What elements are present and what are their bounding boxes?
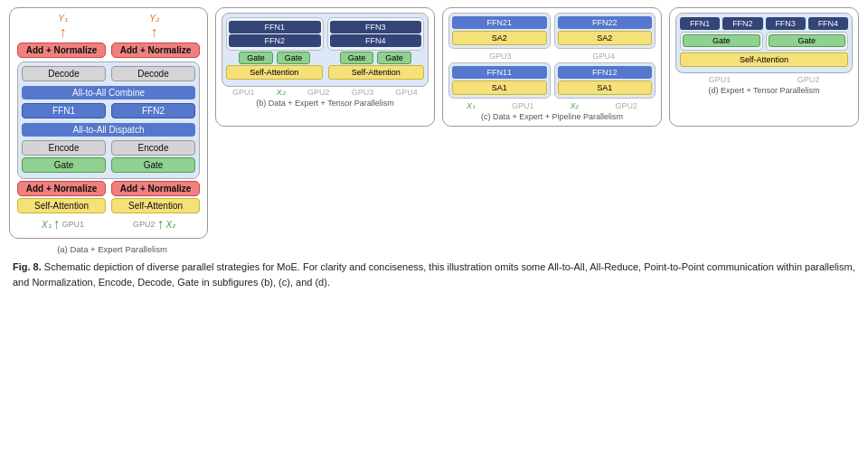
decode-left: Decode [22,66,106,81]
all-to-all-combine: All-to-All Combine [22,86,195,99]
d-ffn3: FFN3 [766,17,806,30]
figure-text: Schematic depiction of diverse parallel … [13,261,855,288]
d-gate-right: Gate [766,32,849,51]
b-right-half: FFN3 FFN4 [327,17,425,51]
ffn1: FFN1 [22,103,106,118]
b-gate-pair-left: Gate Gate [226,52,324,64]
d-gate-left: Gate [680,32,763,51]
c-caption: (c) Data + Expert + Pipeline Parallelism [448,112,656,121]
c-top-right: FFN22 SA2 [554,13,656,49]
b-gate-pair-right: Gate Gate [327,52,425,64]
diagram-b-inner: FFN1 FFN2 FFN3 FFN4 Gate Gate [222,13,429,87]
c-x2: X₂ [570,101,579,110]
d-gpu2: GPU2 [797,75,820,84]
d-ffn2: FFN2 [722,17,762,30]
c-ffn11: FFN11 [452,66,547,79]
diagram-b: FFN1 FFN2 FFN3 FFN4 Gate Gate [215,7,435,127]
gpu1-label-a: GPU1 [62,220,85,229]
y2-label: Y₂ [149,14,159,24]
encode-right: Encode [111,140,195,156]
d-ffn1: FFN1 [680,17,720,30]
b-gate2: Gate [277,52,311,64]
b-sa1: Self-Attention [226,65,323,80]
d-gpu1: GPU1 [709,75,731,84]
c-sa1-1: SA1 [452,80,547,95]
c-ffn12: FFN12 [558,66,653,79]
add-normalize-top-left: Add + Normalize [17,43,106,58]
gate-right: Gate [111,157,195,173]
arrow-x1-up: ↑ [53,216,61,232]
diagram-bcd-container: FFN1 FFN2 FFN3 FFN4 Gate Gate [215,7,859,127]
b-ffn4: FFN4 [330,34,422,47]
c-bot-left: FFN11 SA1 [448,62,551,99]
arrow-y2-up: ↑ [151,24,158,41]
b-ffn2: FFN2 [229,34,321,47]
add-normalize-top-right: Add + Normalize [111,43,200,58]
diagram-d-inner: FFN1 FFN2 FFN3 FFN4 Gate Gate [675,13,853,73]
add-normalize-bot-left: Add + Normalize [17,181,106,196]
b-gpu4: GPU4 [395,88,418,97]
c-ffn21: FFN21 [452,16,547,29]
diagram-d: FFN1 FFN2 FFN3 FFN4 Gate Gate [669,7,859,127]
self-attn-right: Self-Attention [111,198,200,213]
figure-label: Fig. 8. [13,261,42,272]
d-gate2: Gate [769,34,846,47]
gate-left: Gate [22,157,106,173]
diagram-a-inner: Decode Decode All-to-All Combine FFN1 FF… [17,61,200,179]
d-sa: Self-Attention [680,52,848,67]
diagram-a: Y₁ Y₂ ↑ ↑ Add + Normalize Add + Normaliz… [9,7,208,239]
figure-caption: Fig. 8. Schematic depiction of diverse p… [9,260,859,289]
b-gpu2: GPU2 [307,88,330,97]
c-gpu3: GPU3 [489,52,512,61]
c-gpu1: GPU1 [512,101,534,110]
encode-left: Encode [22,140,106,156]
b-sa2: Self-Attention [328,65,425,80]
c-top-left: FFN21 SA2 [448,13,551,49]
d-caption: (d) Expert + Tensor Parallelism [675,86,853,95]
c-gpu4: GPU4 [592,52,615,61]
b-gpu1: GPU1 [232,88,255,97]
d-ffn4: FFN4 [808,17,848,30]
c-bot-right: FFN12 SA1 [554,62,656,99]
x1-label: X₁ [42,220,52,230]
c-sa2-2: SA2 [558,31,653,45]
ffn2: FFN2 [111,103,195,118]
c-ffn22: FFN22 [558,16,653,29]
all-to-all-dispatch: All-to-All Dispatch [22,123,195,137]
self-attn-left: Self-Attention [17,198,106,213]
c-gpu2: GPU2 [615,101,637,110]
b-gpu-row: GPU1 X₂ GPU2 GPU3 GPU4 [222,88,429,97]
gpu2-label-a: GPU2 [133,220,156,229]
b-gate3: Gate [340,52,374,64]
b-gate4: Gate [377,52,411,64]
b-left-half: FFN1 FFN2 [226,17,324,51]
x2-label-a: X₂ [165,220,175,230]
b-ffn1: FFN1 [229,21,321,33]
b-x2: X₂ [277,88,286,97]
c-sa1-2: SA1 [558,80,653,95]
decode-right: Decode [111,66,195,81]
diagram-c: FFN21 SA2 FFN22 SA2 GPU3 GPU4 FFN11 [442,7,662,127]
add-normalize-bot-right: Add + Normalize [111,181,200,196]
b-gpu3: GPU3 [352,88,374,97]
d-gate1: Gate [683,34,760,47]
b-caption: (b) Data + Expert + Tensor Parallelism [222,99,429,108]
caption-a: (a) Data + Expert Parallelism [13,244,212,254]
b-ffn3: FFN3 [330,21,422,33]
y1-label: Y₁ [58,14,68,24]
arrow-y1-up: ↑ [60,24,67,41]
c-x1: X₁ [467,101,476,110]
c-sa2-1: SA2 [452,31,547,45]
arrow-x2-up: ↑ [156,216,164,232]
b-gate1: Gate [239,52,273,64]
